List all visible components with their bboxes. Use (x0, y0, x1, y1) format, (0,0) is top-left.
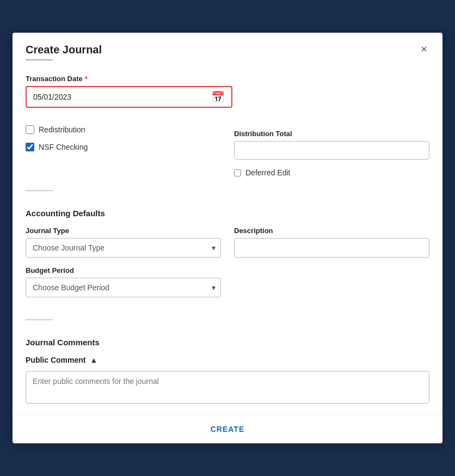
journal-type-select[interactable]: Choose Journal Type (26, 238, 221, 258)
close-button[interactable]: × (419, 44, 429, 54)
accounting-defaults-title: Accounting Defaults (26, 209, 429, 218)
journal-type-group: Journal Type Choose Journal Type ▾ (26, 227, 221, 258)
nsf-checking-label: NSF Checking (39, 143, 88, 151)
nsf-checking-row: NSF Checking (26, 143, 221, 151)
section-divider-1 (26, 190, 53, 191)
journal-type-description-row: Journal Type Choose Journal Type ▾ Descr… (26, 227, 429, 258)
budget-period-select[interactable]: Choose Budget Period (26, 278, 221, 297)
public-comment-textarea[interactable] (26, 371, 429, 404)
transaction-date-label: Transaction Date * (26, 75, 429, 83)
modal-overlay: Create Journal × Transaction Date * 📅 (0, 0, 455, 476)
public-comment-header[interactable]: Public Comment ▲ (26, 356, 429, 364)
deferred-edit-row: Deferred Edit (234, 168, 429, 177)
public-comment-label: Public Comment (26, 356, 85, 364)
transaction-date-wrapper: 📅 (26, 86, 232, 108)
options-two-col: Redistribution NSF Checking Distribution… (26, 125, 429, 177)
distribution-col: Distribution Total Deferred Edit (234, 125, 429, 177)
calendar-icon[interactable]: 📅 (211, 90, 225, 103)
deferred-edit-checkbox[interactable] (234, 169, 241, 176)
accounting-defaults-section: Accounting Defaults Journal Type Choose … (26, 200, 429, 315)
journal-comments-section: Journal Comments Public Comment ▲ (26, 329, 429, 406)
dist-total-label: Distribution Total (234, 130, 429, 138)
description-label: Description (234, 227, 429, 235)
options-section: Redistribution NSF Checking Distribution… (26, 117, 429, 186)
description-input[interactable] (234, 238, 429, 258)
transaction-date-section: Transaction Date * 📅 (26, 66, 429, 117)
dist-total-input[interactable] (234, 141, 429, 160)
bottom-spacer (26, 406, 429, 414)
budget-period-group: Budget Period Choose Budget Period ▾ (26, 266, 221, 297)
nsf-checking-checkbox[interactable] (26, 143, 34, 151)
create-journal-modal: Create Journal × Transaction Date * 📅 (13, 33, 442, 443)
modal-body: Transaction Date * 📅 Redistribution (13, 66, 442, 414)
budget-period-spacer (234, 266, 429, 297)
budget-period-select-wrapper: Choose Budget Period ▾ (26, 278, 221, 297)
journal-type-select-wrapper: Choose Journal Type ▾ (26, 238, 221, 258)
journal-comments-title: Journal Comments (26, 338, 429, 347)
modal-title-underline (26, 59, 53, 60)
description-group: Description (234, 227, 429, 258)
budget-period-row: Budget Period Choose Budget Period ▾ (26, 266, 429, 297)
public-comment-chevron-icon: ▲ (90, 356, 97, 364)
transaction-date-input[interactable] (33, 93, 211, 101)
journal-type-label: Journal Type (26, 227, 221, 235)
required-star: * (85, 75, 88, 83)
modal-footer: CREATE (13, 414, 442, 443)
budget-period-label: Budget Period (26, 266, 221, 274)
deferred-edit-label: Deferred Edit (245, 168, 290, 177)
section-divider-2 (26, 319, 53, 320)
redistribution-row: Redistribution (26, 125, 221, 134)
redistribution-checkbox[interactable] (26, 125, 34, 134)
modal-header: Create Journal × (13, 33, 442, 66)
modal-title: Create Journal (26, 44, 102, 56)
modal-title-group: Create Journal (26, 44, 102, 60)
redistribution-label: Redistribution (39, 125, 85, 134)
checkboxes-col: Redistribution NSF Checking (26, 125, 221, 160)
dist-total-section: Distribution Total Deferred Edit (234, 125, 429, 177)
create-button[interactable]: CREATE (204, 423, 251, 436)
